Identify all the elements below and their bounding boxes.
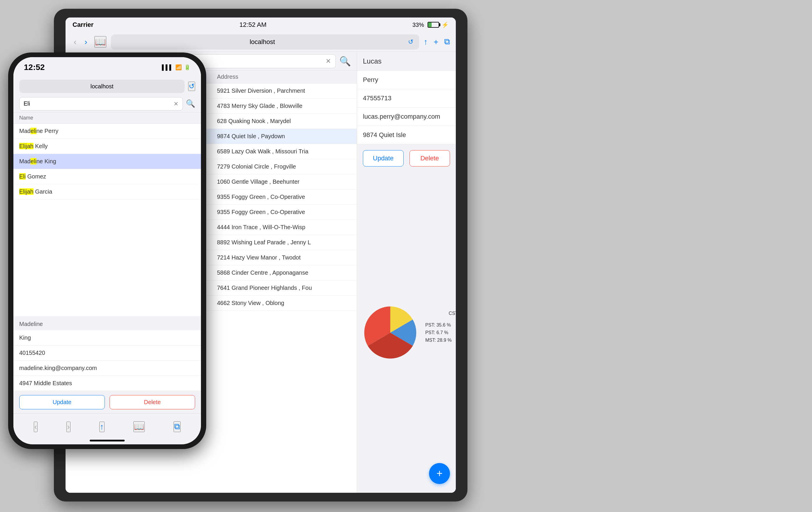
phone-search-value: Eli <box>24 100 174 107</box>
tablet-update-button[interactable]: Update <box>363 150 404 166</box>
tablet-charging-icon: ⚡ <box>441 21 449 28</box>
tablet-bookmarks-button[interactable]: 📖 <box>94 36 106 48</box>
phone-address-bar: localhost ↺ <box>13 78 201 95</box>
tablet-status-bar: Carrier 12:52 AM 33% ⚡ <box>65 18 456 32</box>
phone-signal-icon: ▌▌▌ <box>162 64 173 71</box>
tablet-refresh-button[interactable]: ↺ <box>408 38 413 46</box>
phone-detail-email: madeline.king@company.com <box>13 361 201 376</box>
phone-col-name: Name <box>19 115 33 121</box>
tablet-detail-email: lucas.perry@company.com <box>357 108 456 126</box>
phone-list-item[interactable]: Elijah Garcia <box>13 184 201 199</box>
tablet-detail-panel: Lucas Perry 47555713 lucas.perry@company… <box>357 52 456 493</box>
tablet-add-tab-button[interactable]: + <box>434 37 438 47</box>
tablet-battery-pct: 33% <box>412 22 424 28</box>
phone-detail-area: Madeline King 40155420 madeline.king@com… <box>13 318 201 413</box>
tablet-detail-actions: Update Delete <box>357 144 456 172</box>
tablet-toolbar: ‹ › 📖 localhost ↺ ↑ + ⧉ <box>65 32 456 52</box>
tablet-search-clear[interactable]: ✕ <box>326 57 331 65</box>
tablet-share-button[interactable]: ↑ <box>424 37 428 47</box>
tablet-cell-address: 6589 Lazy Oak Walk , Missouri Tria <box>217 148 351 155</box>
phone-list: Madeline PerryElijah KellyMadeline KingE… <box>13 124 201 316</box>
tablet-col-address: Address <box>217 74 351 80</box>
phone-wifi-icon: 📶 <box>175 64 182 71</box>
tablet-time: 12:52 AM <box>239 21 266 29</box>
tablet-detail-phone: 47555713 <box>357 89 456 108</box>
phone-forward-button[interactable]: › <box>66 422 70 432</box>
phone-detail-lastname: King <box>13 330 201 346</box>
tablet-back-button[interactable]: ‹ <box>71 36 79 48</box>
phone-detail-phone: 40155420 <box>13 346 201 361</box>
phone-battery-icon: 🔋 <box>184 64 191 71</box>
phone-delete-button[interactable]: Delete <box>110 395 195 409</box>
tablet-cell-address: 9874 Quiet Isle , Paydown <box>217 133 351 140</box>
tablet-cell-address: 9355 Foggy Green , Co-Operative <box>217 209 351 215</box>
phone-detail-actions: Update Delete <box>13 391 201 413</box>
tablet-chart-area: CST: 28.9 PST: 35.6 % PST: 6.7 % MST: 28… <box>357 172 456 493</box>
tablet-chart-label-mst: MST: 28.9 % <box>425 338 452 343</box>
phone-update-button[interactable]: Update <box>19 395 105 409</box>
tablet-delete-button[interactable]: Delete <box>409 150 450 166</box>
phone-time: 12:52 <box>24 63 45 72</box>
tablet-cell-address: 7214 Hazy View Manor , Twodot <box>217 254 351 261</box>
phone-detail-address: 4947 Middle Estates <box>13 376 201 391</box>
phone-search-clear[interactable]: ✕ <box>174 100 178 107</box>
tablet-address-text: localhost <box>117 38 408 46</box>
tablet-pie-chart <box>361 303 419 362</box>
phone-bookmarks-button[interactable]: 📖 <box>134 421 145 432</box>
phone-list-item[interactable]: Elijah Kelly <box>13 139 201 154</box>
phone-screen: 12:52 ▌▌▌ 📶 🔋 localhost ↺ Eli ✕ 🔍 Name <box>13 57 201 444</box>
tablet-search-icon[interactable]: 🔍 <box>339 56 351 67</box>
phone-list-item[interactable]: Madeline King <box>13 154 201 169</box>
tablet-cell-address: 7641 Grand Pioneer Highlands , Fou <box>217 285 351 291</box>
phone-list-item[interactable]: Madeline Perry <box>13 124 201 139</box>
tablet-cell-address: 4783 Merry Sky Glade , Blowville <box>217 103 351 109</box>
phone-url-box[interactable]: localhost <box>19 80 185 93</box>
tablet-forward-button[interactable]: › <box>82 36 89 48</box>
phone-table-header: Name <box>13 112 201 124</box>
tablet-chart-label-pst1: PST: 35.6 % <box>425 322 452 328</box>
tablet-detail-address: 9874 Quiet Isle <box>357 126 456 144</box>
tablet-toolbar-right: ↑ + ⧉ <box>424 37 450 47</box>
tablet-cell-address: 7279 Colonial Circle , Frogville <box>217 163 351 170</box>
tablet-nav-buttons: ‹ › <box>71 36 90 48</box>
tablet-chart-legend: CST: 28.9 PST: 35.6 % PST: 6.7 % MST: 28… <box>425 322 452 343</box>
tablet-cell-address: 8892 Wishing Leaf Parade , Jenny L <box>217 239 351 246</box>
phone-search-bar: Eli ✕ 🔍 <box>13 95 201 112</box>
tablet-detail-firstname: Lucas <box>357 52 456 71</box>
phone-status-bar: 12:52 ▌▌▌ 📶 🔋 <box>13 57 201 78</box>
phone-detail-section-header: Madeline <box>13 318 201 330</box>
tablet-chart-label-pst2: PST: 6.7 % <box>425 330 452 335</box>
phone-refresh-button[interactable]: ↺ <box>188 82 195 91</box>
phone-status-icons: ▌▌▌ 📶 🔋 <box>162 64 191 71</box>
tablet-cell-address: 628 Quaking Nook , Marydel <box>217 118 351 125</box>
tablet-cell-address: 9355 Foggy Green , Co-Operative <box>217 194 351 200</box>
phone-url-text: localhost <box>24 83 180 90</box>
phone-back-button[interactable]: ‹ <box>34 422 37 432</box>
tablet-status-right: 33% ⚡ <box>412 21 449 28</box>
phone-home-indicator <box>90 440 125 441</box>
tablet-detail-lastname: Perry <box>357 71 456 89</box>
phone-list-item[interactable]: Eli Gomez <box>13 169 201 184</box>
tablet-chart-label-cst: CST: 28.9 <box>449 311 456 316</box>
phone-share-button[interactable]: ↑ <box>99 422 105 432</box>
tablet-cell-address: 1060 Gentle Village , Beehunter <box>217 179 351 185</box>
tablet-address-bar[interactable]: localhost ↺ <box>111 34 419 50</box>
phone-tabs-button[interactable]: ⧉ <box>174 421 180 432</box>
phone-search-wrap[interactable]: Eli ✕ <box>19 97 183 110</box>
tablet-cell-address: 5868 Cinder Centre , Apponaganse <box>217 269 351 276</box>
tablet-cell-address: 4444 Iron Trace , Will-O-The-Wisp <box>217 224 351 231</box>
tablet-cell-address: 5921 Silver Diversion , Parchment <box>217 87 351 94</box>
phone-device: 12:52 ▌▌▌ 📶 🔋 localhost ↺ Eli ✕ 🔍 Name <box>8 53 206 449</box>
tablet-tabs-button[interactable]: ⧉ <box>444 37 450 47</box>
phone-bottom-bar: ‹ › ↑ 📖 ⧉ <box>13 413 201 440</box>
tablet-cell-address: 4662 Stony View , Oblong <box>217 300 351 306</box>
phone-search-icon[interactable]: 🔍 <box>186 99 195 108</box>
tablet-battery-icon <box>428 22 439 28</box>
tablet-carrier: Carrier <box>72 21 93 29</box>
